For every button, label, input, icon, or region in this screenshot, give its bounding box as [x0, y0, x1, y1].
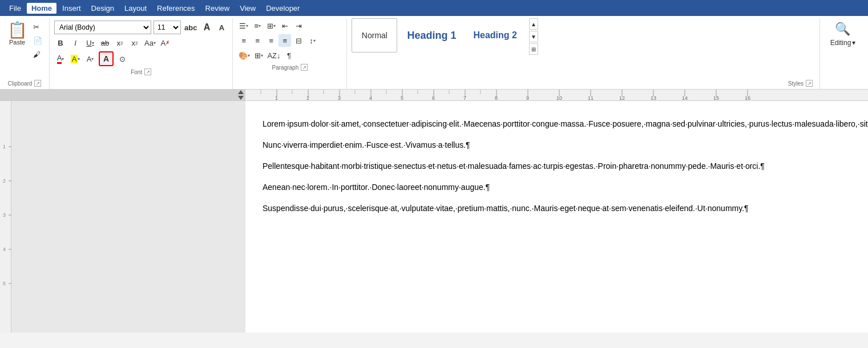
subscript-button[interactable]: x2 — [114, 37, 126, 49]
menu-view[interactable]: View — [235, 3, 260, 14]
justify-button[interactable]: ≡ — [278, 34, 291, 47]
menu-review[interactable]: Review — [201, 3, 235, 14]
menu-file[interactable]: File — [5, 3, 26, 14]
svg-text:8: 8 — [495, 95, 498, 101]
ribbon: 📋 Paste ✂ 📄 🖌 Clipboard — [0, 16, 868, 90]
menu-insert[interactable]: Insert — [58, 3, 86, 14]
menu-references[interactable]: References — [152, 3, 199, 14]
sort-button[interactable]: AZ↓ — [266, 49, 281, 62]
align-left-button[interactable]: ≡ — [237, 34, 250, 47]
copy-icon: 📄 — [33, 37, 42, 45]
document-area: 1 2 3 4 5 Lorem·ipsum·dolor·sit·amet,·co… — [0, 101, 868, 333]
styles-group: Normal Heading 1 Heading 2 ▲ ▼ ⊞ Styles … — [347, 18, 820, 89]
font-color-button[interactable]: A ▾ — [54, 52, 67, 65]
paragraph-3: Pellentesque·habitant·morbi·tristique·se… — [263, 160, 839, 172]
svg-text:5: 5 — [401, 95, 403, 101]
styles-scroll-down[interactable]: ▼ — [529, 31, 538, 42]
multilevel-list-button[interactable]: ⊞▾ — [265, 19, 277, 32]
indent-top-marker — [238, 90, 244, 94]
underline-button[interactable]: U ▾ — [84, 37, 96, 49]
char-shading-button[interactable]: A ▾ — [84, 52, 96, 65]
underline-dropdown-arrow: ▾ — [92, 41, 94, 46]
editing-button[interactable]: 🔍 Editing ▾ — [826, 18, 861, 50]
highlight-color-button[interactable]: A ▾ — [69, 52, 82, 65]
shading-button[interactable]: 🎨▾ — [237, 49, 251, 62]
svg-text:5: 5 — [3, 281, 6, 286]
styles-expand[interactable]: ⊞ — [529, 43, 538, 55]
borders-button[interactable]: ⊞▾ — [252, 49, 265, 62]
bullets-button[interactable]: ☰▾ — [237, 19, 250, 32]
left-gray-margin — [11, 101, 245, 333]
paste-label: Paste — [9, 39, 25, 46]
svg-text:9: 9 — [526, 95, 529, 101]
paragraph-group: ☰▾ ≡▾ ⊞▾ ⇤ ⇥ ≡ ≡ ≡ ≡ ⊟ — [233, 18, 347, 89]
clipboard-dialog-button[interactable]: ↗ — [34, 80, 41, 87]
ruler: 1 2 3 4 5 6 7 8 9 10 11 12 13 1 — [0, 90, 868, 101]
change-case-button[interactable]: Aa ▾ — [143, 37, 157, 49]
font-size-select[interactable]: 11 — [154, 21, 181, 34]
clipboard-group: 📋 Paste ✂ 📄 🖌 Clipboard — [2, 18, 50, 89]
bold-button[interactable]: B — [54, 37, 67, 49]
svg-text:4: 4 — [3, 246, 6, 252]
svg-text:1: 1 — [3, 144, 6, 149]
menu-bar: File Home Insert Design Layout Reference… — [0, 0, 868, 16]
numbering-button[interactable]: ≡▾ — [251, 19, 264, 32]
menu-home[interactable]: Home — [27, 3, 56, 14]
paste-button[interactable]: 📋 Paste — [5, 18, 30, 48]
styles-dialog-button[interactable]: ↗ — [806, 80, 813, 87]
decrease-indent-button[interactable]: ⇤ — [278, 19, 291, 32]
svg-text:1: 1 — [275, 95, 278, 101]
clear-format-button[interactable]: A ✗ — [159, 37, 172, 49]
increase-indent-button[interactable]: ⇥ — [292, 19, 305, 32]
paragraph-1: Lorem·ipsum·dolor·sit·amet,·consectetuer… — [263, 118, 839, 130]
font-name-select[interactable]: Arial (Body) — [54, 21, 151, 34]
format-painter-icon: 🖌 — [33, 50, 41, 59]
svg-text:6: 6 — [432, 95, 435, 101]
menu-design[interactable]: Design — [87, 3, 119, 14]
styles-scroll-up[interactable]: ▲ — [529, 18, 538, 30]
italic-button[interactable]: I — [69, 37, 82, 49]
menu-layout[interactable]: Layout — [120, 3, 151, 14]
menu-developer[interactable]: Developer — [261, 3, 304, 14]
font-increase-button[interactable]: A — [200, 21, 213, 34]
ruler-white-area: 1 2 3 4 5 6 7 8 9 10 11 12 13 1 — [245, 90, 868, 100]
align-right-button[interactable]: ≡ — [265, 34, 277, 47]
align-center-button[interactable]: ≡ — [251, 34, 264, 47]
style-heading2[interactable]: Heading 2 — [466, 18, 524, 52]
svg-text:7: 7 — [463, 95, 466, 101]
font-label: Font — [131, 69, 142, 75]
distributed-button[interactable]: ⊟ — [292, 34, 305, 47]
line-spacing-button[interactable]: ↕▾ — [306, 34, 318, 47]
clipboard-label: Clipboard — [8, 80, 33, 87]
svg-text:13: 13 — [651, 95, 656, 101]
editing-dropdown-arrow: ▾ — [852, 39, 855, 47]
svg-text:10: 10 — [556, 95, 562, 101]
font-decrease-button[interactable]: A — [215, 21, 228, 34]
phonetic-guide-button[interactable]: ⊙ — [116, 52, 128, 65]
cut-button[interactable]: ✂ — [31, 21, 45, 33]
show-formatting-button[interactable]: ¶ — [283, 49, 296, 62]
copy-button[interactable]: 📄 — [31, 34, 45, 47]
editing-icon: 🔍 — [835, 22, 850, 37]
svg-text:11: 11 — [588, 95, 594, 101]
vertical-ruler-ticks: 1 2 3 4 5 — [0, 112, 11, 333]
superscript-button[interactable]: x2 — [128, 37, 141, 49]
style-heading1[interactable]: Heading 1 — [399, 18, 463, 52]
paragraph-dialog-button[interactable]: ↗ — [301, 64, 308, 71]
strikethrough-button[interactable]: ab — [99, 37, 111, 49]
font-dialog-button[interactable]: ↗ — [144, 68, 151, 75]
paragraph-4: Aenean·nec·lorem.·In·porttitor.·Donec·la… — [263, 181, 839, 193]
document-page[interactable]: Lorem·ipsum·dolor·sit·amet,·consectetuer… — [245, 101, 868, 333]
svg-text:3: 3 — [3, 212, 6, 218]
svg-text:3: 3 — [338, 95, 341, 101]
svg-text:14: 14 — [682, 95, 688, 101]
format-painter-button[interactable]: 🖌 — [31, 48, 45, 60]
indent-bottom-marker — [238, 96, 244, 100]
paragraph-2: Nunc·viverra·imperdiet·enim.·Fusce·est.·… — [263, 139, 839, 151]
font-group: Arial (Body) 11 abc A A B I U ▾ ab x2 x2 — [50, 18, 233, 89]
svg-text:4: 4 — [369, 95, 372, 101]
highlighted-a-button[interactable]: A — [99, 51, 114, 66]
ruler-left-gray — [0, 90, 245, 100]
style-normal[interactable]: Normal — [352, 18, 397, 52]
svg-text:2: 2 — [3, 178, 6, 184]
